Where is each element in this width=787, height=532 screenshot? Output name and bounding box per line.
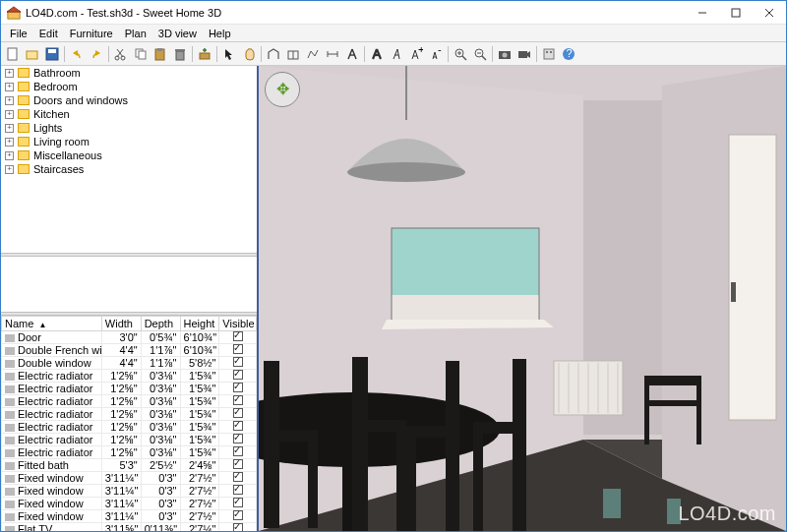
tree-item[interactable]: +Miscellaneous <box>1 148 257 162</box>
table-row[interactable]: Double window4'4"1'1⅞"5'8½" <box>2 357 257 370</box>
pan-tool[interactable] <box>239 44 259 64</box>
paste-button[interactable] <box>151 44 170 64</box>
table-row[interactable]: Electric radiator1'2⅝"0'3⅛"1'5¾" <box>2 383 257 395</box>
minimize-button[interactable] <box>686 1 719 24</box>
increase-text-button[interactable]: + <box>406 44 426 64</box>
visible-checkbox[interactable] <box>233 485 243 495</box>
menu-edit[interactable]: Edit <box>33 27 64 40</box>
cell-visible[interactable] <box>219 383 257 395</box>
save-button[interactable] <box>42 44 62 64</box>
visible-checkbox[interactable] <box>233 357 243 367</box>
redo-button[interactable] <box>87 44 106 64</box>
plan-preview-pane[interactable] <box>1 257 257 312</box>
tree-item[interactable]: +Lights <box>1 121 257 135</box>
cell-visible[interactable] <box>219 331 257 344</box>
text-bold-button[interactable] <box>367 44 387 64</box>
visible-checkbox[interactable] <box>233 510 243 520</box>
zoom-in-button[interactable] <box>451 44 470 64</box>
expand-icon[interactable]: + <box>5 165 14 174</box>
table-row[interactable]: Electric radiator1'2⅝"0'3⅛"1'5¾" <box>2 421 257 434</box>
visible-checkbox[interactable] <box>233 331 243 341</box>
copy-button[interactable] <box>131 44 151 64</box>
visible-checkbox[interactable] <box>233 383 243 392</box>
visible-checkbox[interactable] <box>233 523 243 531</box>
menu-3dview[interactable]: 3D view <box>152 27 203 40</box>
cell-visible[interactable] <box>219 446 257 459</box>
menu-plan[interactable]: Plan <box>119 27 152 40</box>
create-rooms-tool[interactable] <box>283 44 303 64</box>
add-furniture-button[interactable] <box>195 44 214 64</box>
cell-visible[interactable] <box>219 434 257 446</box>
create-photo-button[interactable] <box>495 44 515 64</box>
tree-item[interactable]: +Staircases <box>1 162 257 176</box>
cell-visible[interactable] <box>219 472 257 485</box>
new-button[interactable] <box>3 44 23 64</box>
expand-icon[interactable]: + <box>5 110 14 119</box>
menu-help[interactable]: Help <box>203 27 237 40</box>
expand-icon[interactable]: + <box>5 151 14 160</box>
cell-visible[interactable] <box>219 395 257 408</box>
create-walls-tool[interactable] <box>264 44 283 64</box>
cell-visible[interactable] <box>219 357 257 370</box>
create-text-tool[interactable] <box>342 44 362 64</box>
menu-furniture[interactable]: Furniture <box>64 27 119 40</box>
table-row[interactable]: Double French window4'4"1'1⅞"6'10¾" <box>2 344 257 357</box>
column-header[interactable]: Depth <box>141 317 180 331</box>
visible-checkbox[interactable] <box>233 344 243 354</box>
table-row[interactable]: Fixed window3'11¼"0'3"2'7½" <box>2 498 257 510</box>
cell-visible[interactable] <box>219 344 257 357</box>
column-header[interactable]: Visible <box>219 317 257 331</box>
preferences-button[interactable] <box>539 44 559 64</box>
cell-visible[interactable] <box>219 510 257 523</box>
create-video-button[interactable] <box>515 44 534 64</box>
table-row[interactable]: Electric radiator1'2⅝"0'3⅛"1'5¾" <box>2 408 257 421</box>
table-row[interactable]: Fixed window3'11¼"0'3"2'7½" <box>2 485 257 498</box>
cell-visible[interactable] <box>219 421 257 434</box>
column-header[interactable]: Name ▲ <box>2 317 102 331</box>
visible-checkbox[interactable] <box>233 421 243 431</box>
table-row[interactable]: Flat TV3'11⅝"0'11⅜"2'7¼" <box>2 523 257 532</box>
tree-item[interactable]: +Bathroom <box>1 66 257 80</box>
open-button[interactable] <box>23 44 42 64</box>
table-row[interactable]: Electric radiator1'2⅝"0'3⅛"1'5¾" <box>2 446 257 459</box>
tree-item[interactable]: +Bedroom <box>1 80 257 93</box>
3d-navigation-compass[interactable]: ✥ <box>265 72 300 107</box>
visible-checkbox[interactable] <box>233 459 243 469</box>
column-header[interactable]: Width <box>101 317 141 331</box>
visible-checkbox[interactable] <box>233 498 243 507</box>
tree-item[interactable]: +Kitchen <box>1 107 257 121</box>
titlebar[interactable]: LO4D.com - Test.sh3d - Sweet Home 3D <box>1 1 786 25</box>
column-header[interactable]: Height <box>180 317 219 331</box>
maximize-button[interactable] <box>719 1 753 24</box>
table-row[interactable]: Electric radiator1'2⅝"0'3⅛"1'5¾" <box>2 434 257 446</box>
table-row[interactable]: Fixed window3'11¼"0'3"2'7½" <box>2 510 257 523</box>
cell-visible[interactable] <box>219 523 257 532</box>
table-row[interactable]: Fitted bath5'3"2'5½"2'4⅝" <box>2 459 257 472</box>
cell-visible[interactable] <box>219 485 257 498</box>
menu-file[interactable]: File <box>4 27 33 40</box>
table-row[interactable]: Electric radiator1'2⅝"0'3⅛"1'5¾" <box>2 395 257 408</box>
delete-button[interactable] <box>170 44 190 64</box>
expand-icon[interactable]: + <box>5 124 14 133</box>
cell-visible[interactable] <box>219 370 257 383</box>
furniture-list-pane[interactable]: Name ▲WidthDepthHeightVisible Door3'0"0'… <box>1 316 257 531</box>
furniture-catalog-tree[interactable]: +Bathroom+Bedroom+Doors and windows+Kitc… <box>1 66 257 253</box>
text-italic-button[interactable] <box>387 44 406 64</box>
tree-item[interactable]: +Living room <box>1 135 257 148</box>
expand-icon[interactable]: + <box>5 83 14 91</box>
visible-checkbox[interactable] <box>233 472 243 482</box>
tree-item[interactable]: +Doors and windows <box>1 93 257 107</box>
expand-icon[interactable]: + <box>5 96 14 105</box>
help-button[interactable]: ? <box>559 44 578 64</box>
create-polylines-tool[interactable] <box>303 44 323 64</box>
cell-visible[interactable] <box>219 408 257 421</box>
visible-checkbox[interactable] <box>233 395 243 405</box>
expand-icon[interactable]: + <box>5 69 14 78</box>
visible-checkbox[interactable] <box>233 446 243 456</box>
decrease-text-button[interactable]: - <box>426 44 446 64</box>
3d-viewport[interactable]: ✥ LO4D.com <box>259 66 786 531</box>
table-row[interactable]: Door3'0"0'5¾"6'10¾" <box>2 331 257 344</box>
visible-checkbox[interactable] <box>233 408 243 418</box>
expand-icon[interactable]: + <box>5 138 14 147</box>
visible-checkbox[interactable] <box>233 370 243 380</box>
